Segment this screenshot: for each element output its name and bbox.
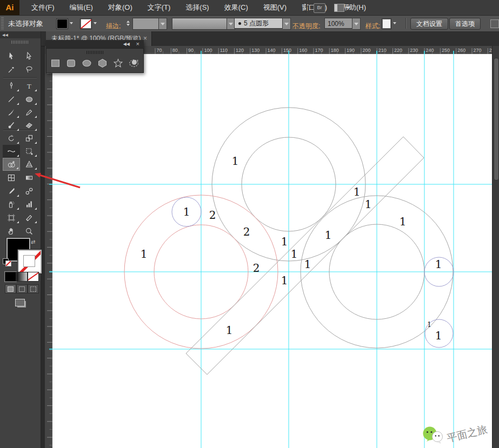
none-mode-button[interactable] — [28, 272, 39, 282]
style-swatch[interactable] — [382, 18, 391, 29]
bridge-button[interactable]: Br — [314, 3, 325, 13]
stepper-up-icon[interactable] — [127, 21, 130, 23]
blob-brush-tool[interactable] — [3, 119, 20, 132]
free-transform-tool[interactable] — [21, 145, 38, 158]
direct-selection-tool[interactable] — [21, 50, 38, 63]
lasso-tool[interactable] — [21, 63, 38, 76]
rounded-rectangle-tool[interactable] — [65, 57, 77, 69]
tools-panel-gripper[interactable] — [11, 41, 29, 44]
shapes-panel-gripper[interactable] — [87, 51, 104, 54]
eraser-tool[interactable] — [21, 119, 38, 132]
chevron-down-icon[interactable] — [354, 23, 358, 25]
pencil-tool[interactable] — [21, 106, 38, 119]
chevron-down-icon[interactable] — [70, 22, 73, 24]
variable-width-profile-control[interactable] — [172, 18, 235, 30]
menu-item[interactable]: 文件(F) — [24, 0, 62, 15]
rotate-tool[interactable] — [3, 132, 20, 145]
opacity-control[interactable]: 100% — [324, 18, 361, 30]
menu-item[interactable]: 效果(C) — [217, 0, 256, 15]
mesh-tool[interactable] — [3, 171, 20, 184]
style-control[interactable] — [382, 18, 398, 29]
ellipse-tool[interactable] — [81, 57, 92, 69]
artboard-tool[interactable] — [3, 211, 20, 224]
column-graph-tool[interactable] — [21, 198, 38, 211]
gradient-mode-button[interactable] — [16, 272, 28, 282]
opacity-label[interactable]: 不透明度: — [292, 18, 320, 29]
document-setup-button[interactable]: 文档设置 — [410, 18, 448, 30]
pen-tool[interactable] — [3, 79, 20, 92]
eyedropper-tool[interactable] — [3, 185, 20, 198]
direct-selection-tool-icon — [25, 52, 34, 61]
fill-color-control[interactable] — [56, 18, 75, 29]
svg-text:270: 270 — [474, 48, 482, 53]
style-label[interactable]: 样式: — [365, 18, 380, 29]
line-segment-tool[interactable] — [3, 93, 20, 106]
chevron-down-icon[interactable] — [229, 23, 233, 25]
panel-toggle-icon[interactable] — [490, 19, 499, 28]
shapes-floating-panel[interactable]: ◀◀ × — [46, 40, 144, 73]
width-tool[interactable] — [3, 145, 20, 158]
stroke-swatch[interactable] — [18, 250, 42, 273]
rectangle-tool[interactable] — [50, 57, 61, 69]
ellipse-tool[interactable] — [21, 93, 38, 106]
stroke-color-swatch[interactable] — [80, 18, 92, 29]
screen-mode-button[interactable] — [10, 297, 30, 308]
opacity-value[interactable]: 100% — [324, 18, 352, 29]
collapse-icon[interactable]: ◀◀ — [123, 42, 130, 46]
stepper-down-icon[interactable] — [127, 24, 130, 26]
selection-tool[interactable] — [3, 50, 20, 63]
chevron-down-icon[interactable] — [161, 23, 165, 25]
vertical-scrollbar[interactable] — [492, 46, 499, 448]
menu-item[interactable]: 视图(V) — [256, 0, 294, 15]
polygon-tool[interactable] — [97, 57, 108, 69]
brush-definition-control[interactable]: 5 点圆形 — [234, 18, 291, 30]
control-bar-gripper[interactable] — [1, 17, 4, 30]
gradient-tool[interactable] — [21, 171, 38, 184]
collapse-icon[interactable]: ◀◀ — [2, 33, 8, 37]
symbol-sprayer-tool[interactable] — [3, 198, 20, 211]
hand-tool[interactable] — [3, 225, 20, 238]
star-tool[interactable] — [112, 57, 124, 69]
paintbrush-tool[interactable] — [3, 106, 20, 119]
chevron-down-icon[interactable] — [393, 22, 396, 24]
close-icon[interactable]: × — [136, 41, 139, 47]
draw-behind-button[interactable] — [16, 284, 28, 293]
draw-normal-button[interactable] — [5, 284, 16, 293]
zoom-tool[interactable] — [21, 225, 38, 238]
chevron-down-icon[interactable] — [284, 23, 289, 25]
stroke-color-control[interactable] — [80, 18, 98, 29]
tools-panel-header[interactable]: ◀◀ — [0, 31, 41, 38]
preferences-button[interactable]: 首选项 — [449, 18, 481, 30]
shapes-panel-header[interactable]: ◀◀ × — [46, 40, 144, 48]
menu-item[interactable]: 编辑(E) — [62, 0, 101, 15]
flare-tool[interactable] — [128, 57, 139, 69]
draw-inside-button[interactable] — [28, 284, 39, 293]
color-mode-button[interactable] — [5, 272, 16, 282]
workspace-switcher-button[interactable] — [334, 3, 350, 12]
stroke-weight-field[interactable] — [132, 18, 167, 30]
artboard-canvas[interactable]: 112211121111111111 — [52, 54, 492, 448]
scale-tool[interactable] — [21, 132, 38, 145]
vertical-ruler[interactable] — [45, 54, 53, 448]
shape-builder-tool[interactable] — [3, 158, 20, 171]
default-fill-stroke-icon[interactable] — [3, 258, 11, 266]
scrollbar-thumb[interactable] — [494, 58, 499, 180]
chevron-down-icon[interactable] — [94, 22, 97, 24]
stroke-weight-label[interactable]: 描边: — [106, 18, 121, 29]
tab-close-icon[interactable]: × — [143, 31, 147, 45]
svg-text:90: 90 — [188, 48, 194, 53]
menu-item[interactable]: 对象(O) — [101, 0, 140, 15]
swap-fill-stroke-icon[interactable]: ⇄ — [31, 239, 38, 245]
slice-tool[interactable] — [21, 211, 38, 224]
menu-item[interactable]: 文字(T) — [140, 0, 178, 15]
perspective-grid-tool[interactable] — [21, 158, 38, 171]
type-tool[interactable]: T — [21, 79, 38, 92]
stroke-weight-stepper[interactable] — [125, 18, 131, 29]
fill-color-swatch[interactable] — [56, 18, 68, 29]
width-profile-preview — [172, 18, 227, 30]
menu-item[interactable]: 选择(S) — [178, 0, 216, 15]
blend-tool[interactable] — [21, 185, 38, 198]
slice-tool-icon — [25, 213, 34, 222]
magic-wand-tool[interactable] — [3, 63, 20, 76]
stroke-weight-value[interactable] — [132, 18, 159, 30]
